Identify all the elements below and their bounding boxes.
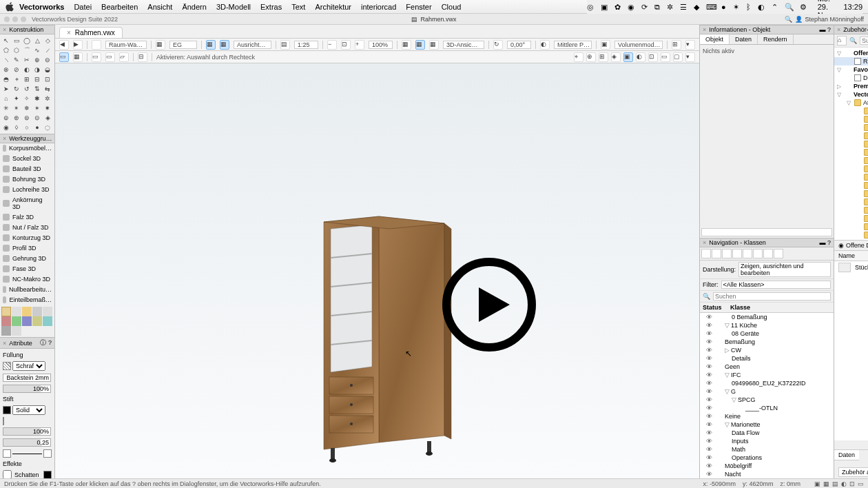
toolset-item[interactable]: Gehrung 3D [0,254,54,264]
status-icon[interactable]: ▣ [601,3,608,11]
class-row[interactable]: 👁▽IFC [700,371,834,379]
control-center-icon[interactable]: ⚙ [800,3,807,11]
darstellung-select[interactable]: Zeigen, ausrichten und bearbeiten [738,262,831,277]
tree-node[interactable]: DIN-Kit.vwx [834,74,868,82]
visibility-icon[interactable]: 👁 [700,413,718,420]
status-icon[interactable]: ⌨ [706,3,714,11]
nav-mode-button[interactable] [732,249,742,258]
tool-icon[interactable]: △ [32,36,42,45]
fill-swatch[interactable] [3,362,11,370]
rotate-button[interactable]: ↻ [493,40,503,50]
toolset-item[interactable]: Bauteil 3D [0,164,54,174]
menu-cloud[interactable]: Cloud [442,3,462,11]
visibility-icon[interactable]: 👁 [700,330,718,337]
misc-dropdown-2[interactable]: Volumenmod… [614,41,663,49]
nav-mode-button[interactable] [753,249,763,258]
drag-handle-icon[interactable]: ┄┄ [834,440,868,449]
tool-icon[interactable]: ⬠ [1,45,11,55]
mode-button[interactable]: ⊟ [138,52,147,62]
status-icon[interactable]: ✶ [733,3,739,11]
tool-icon[interactable]: ● [32,123,42,132]
status-icon[interactable]: ▤ [832,480,838,487]
tree-node[interactable]: BodenDecke - Entwässerung [834,214,868,223]
tree-node[interactable]: Baumkataster [834,156,868,165]
class-dropdown[interactable]: Ausricht… [234,41,271,49]
tool-icon[interactable]: ⊞ [22,74,32,84]
tool-icon[interactable]: ↻ [12,84,21,94]
tool-icon[interactable]: ✵ [22,103,32,113]
tab-rendern[interactable]: Rendern [758,34,794,44]
play-button-overlay[interactable] [441,256,537,353]
visibility-icon[interactable]: 👁 [700,322,718,329]
status-icon[interactable]: ● [721,3,726,11]
tree-node[interactable]: ▷Premium-Bibliotheken [834,82,868,90]
toolset-item[interactable]: Nut / Falz 3D [0,223,54,233]
mode-button[interactable]: ▦ [73,52,83,62]
tree-node[interactable]: Bridle Materialbestand [834,231,868,239]
visibility-icon[interactable]: 👁 [700,338,718,345]
tree-node[interactable]: Attribute - Mosaike [834,132,868,140]
tool-icon[interactable]: ✲ [43,94,52,103]
tool-icon[interactable]: ↺ [22,84,32,94]
zoom-fit-button[interactable]: ⊡ [341,40,351,50]
menu-3dmodell[interactable]: 3D-Modell [216,3,251,11]
marker-start[interactable] [3,449,11,458]
render-button[interactable]: ◐ [540,40,550,50]
tree-node[interactable]: Bestuhlung - Symbole [834,181,868,190]
snap-button[interactable]: ◐ [636,52,645,62]
layer-dropdown[interactable]: EG [169,41,197,49]
tool-icon[interactable]: ◌ [43,123,52,132]
resmgr-header[interactable]: ×Zubehör-Manager? [834,25,868,34]
toolset-item[interactable]: Nullbearbeitu… [0,285,54,295]
class-button[interactable]: ▦ [206,40,216,50]
visibility-icon[interactable]: 👁 [700,421,718,428]
snap-button[interactable]: ⊡ [648,52,658,62]
app-name[interactable]: Vectorworks [19,3,64,11]
tool-icon[interactable]: ⌒ [22,45,32,55]
tool-icon[interactable] [22,307,32,316]
tree-node[interactable]: Attribute - Linienarten [834,123,868,132]
nav-mode-button[interactable] [701,249,711,258]
nav-mode-button[interactable] [712,249,721,258]
bluetooth-icon[interactable]: ᛒ [746,3,751,11]
tool-icon[interactable]: ✧ [22,94,32,103]
tool-icon[interactable]: ✦ [12,94,21,103]
tool-icon[interactable]: ◐ [22,65,32,74]
tool-icon[interactable] [12,326,21,336]
snap-button[interactable]: ⊞ [599,52,608,62]
status-icon[interactable]: ▭ [858,480,864,487]
mode-button[interactable]: ▭ [105,52,115,62]
tool-icon[interactable]: ◊ [12,123,21,132]
class-row[interactable]: 👁Bemaßung [700,338,834,346]
new-resource-button[interactable]: Zubehör anlegen… [838,467,868,477]
tool-icon[interactable] [32,307,42,316]
breadcrumb-seg[interactable]: ◉Offene Dokumente [834,241,868,250]
visibility-icon[interactable]: 👁 [700,429,718,436]
toolset-item[interactable]: Sockel 3D [0,154,54,164]
visibility-icon[interactable]: 👁 [700,380,718,387]
tool-icon[interactable]: ⊖ [43,55,52,65]
tool-icon[interactable]: ○ [22,123,32,132]
tool-icon[interactable]: ⟍ [1,55,11,65]
menu-aendern[interactable]: Ändern [182,3,206,11]
tool-icon[interactable]: ∿ [32,45,42,55]
search-icon[interactable]: 🔍 [785,3,793,11]
fill-type-select[interactable]: Schraffur [12,361,45,371]
snap-button[interactable]: ▢ [673,52,683,62]
toolset-item[interactable]: Fase 3D [0,264,54,274]
layout-dropdown[interactable]: Raum-Wa… [105,41,147,49]
scale-button[interactable]: ▤ [280,40,290,50]
menu-bearbeiten[interactable]: Bearbeiten [101,3,138,11]
class-row[interactable]: 👁____-OTLN [700,404,834,412]
menu-architektur[interactable]: Architektur [315,3,351,11]
nav-header[interactable]: ×Navigation - Klassen▬ ? [700,238,834,247]
status-icon[interactable]: ✿ [614,3,621,11]
tab-daten[interactable]: Daten [730,34,758,44]
filter-select[interactable]: <Alle Klassen> [721,281,831,289]
extra-button[interactable]: ⊞ [672,40,681,50]
visibility-icon[interactable]: 👁 [700,347,718,354]
tree-node[interactable]: Bauteil [834,173,868,181]
toolset-item[interactable]: Einteilbemaß… [0,295,54,305]
tool-icon[interactable] [12,316,21,326]
status-icon[interactable]: ⟳ [641,3,648,11]
